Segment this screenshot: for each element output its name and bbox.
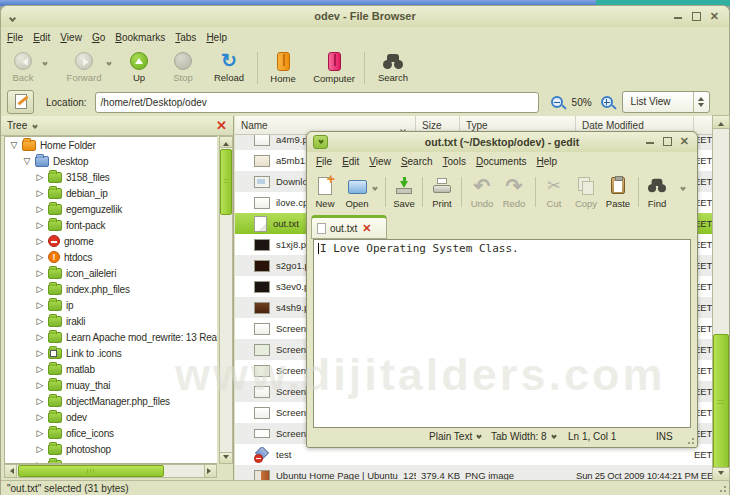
paste-button[interactable]: Paste <box>602 172 634 212</box>
open-button[interactable]: Open <box>341 172 373 212</box>
tree-item-photoshop[interactable]: ▷photoshop <box>5 441 217 457</box>
toolbar-overflow-icon[interactable] <box>681 181 685 192</box>
maximize-icon[interactable] <box>692 12 701 21</box>
sidebar-header[interactable]: Tree ✕ <box>1 116 233 136</box>
expander-closed-icon[interactable]: ▷ <box>35 220 45 230</box>
tree-item-irakli[interactable]: ▷irakli <box>5 313 217 329</box>
tree-item-debian-ip[interactable]: ▷debian_ip <box>5 185 217 201</box>
new-button[interactable]: New <box>309 172 341 212</box>
tree-item-gnome[interactable]: ▷gnome <box>5 233 217 249</box>
close-icon[interactable]: ✕ <box>710 9 719 23</box>
tree-item-egemguzellik[interactable]: ▷egemguzellik <box>5 201 217 217</box>
save-button[interactable]: Save <box>388 172 420 212</box>
expander-closed-icon[interactable]: ▷ <box>35 300 45 310</box>
expander-closed-icon[interactable]: ▷ <box>35 236 45 246</box>
tree-item-objectmanager-php-files[interactable]: ▷objectManager.php_files <box>5 393 217 409</box>
resize-grip[interactable] <box>716 482 728 494</box>
print-button[interactable]: Print <box>426 172 458 212</box>
menu-file[interactable]: File <box>2 30 28 45</box>
expander-closed-icon[interactable]: ▷ <box>35 284 45 294</box>
language-select[interactable]: Plain Text <box>429 431 481 442</box>
computer-button[interactable]: Computer <box>310 48 358 88</box>
gedit-titlebar[interactable]: out.txt (~/Desktop/odev) - gedit ✕ <box>307 132 697 152</box>
menu-bookmarks[interactable]: Bookmarks <box>110 30 170 45</box>
tab-width-select[interactable]: Tab Width: 8 <box>491 431 556 442</box>
sidebar-scrollbar-thumb[interactable] <box>220 149 232 215</box>
menu-tabs[interactable]: Tabs <box>170 30 201 45</box>
gedit-maximize-icon[interactable] <box>663 137 672 146</box>
expander-open-icon[interactable]: ▽ <box>9 140 19 150</box>
tree-item-ofice-icons[interactable]: ▷ofice_icons <box>5 425 217 441</box>
file-list-scrollbar-thumb[interactable] <box>713 334 729 471</box>
search-button[interactable]: Search <box>373 48 413 88</box>
sidebar-horizontal-scrollbar[interactable] <box>4 464 217 478</box>
gedit-menu-help[interactable]: Help <box>532 154 563 169</box>
zoom-out-button[interactable] <box>551 96 563 108</box>
sidebar-hscrollbar-thumb[interactable] <box>18 465 164 477</box>
expander-closed-icon[interactable]: ▷ <box>35 204 45 214</box>
expander-closed-icon[interactable]: ▷ <box>35 316 45 326</box>
find-button[interactable]: Find <box>641 172 673 212</box>
expander-closed-icon[interactable]: ▷ <box>35 380 45 390</box>
tab-out-txt[interactable]: out.txt ✕ <box>311 215 387 239</box>
tree-item-learn-apache-mod-rewrite-13-real-work[interactable]: ▷Learn Apache mod_rewrite: 13 Real-work <box>5 329 217 345</box>
gedit-menu-file[interactable]: File <box>311 154 337 169</box>
gedit-menu-edit[interactable]: Edit <box>337 154 364 169</box>
expander-closed-icon[interactable]: ▷ <box>35 348 45 358</box>
home-button[interactable]: Home <box>265 48 301 88</box>
tree-item-3158-files[interactable]: ▷3158_files <box>5 169 217 185</box>
expander-closed-icon[interactable]: ▷ <box>35 332 45 342</box>
up-button[interactable]: Up <box>123 48 155 88</box>
scroll-up-icon[interactable] <box>712 115 730 129</box>
expander-closed-icon[interactable]: ▷ <box>35 364 45 374</box>
reload-button[interactable]: ↻ Reload <box>209 48 249 88</box>
expander-closed-icon[interactable]: ▷ <box>35 428 45 438</box>
gedit-menu-view[interactable]: View <box>364 154 396 169</box>
tree-item-index-php-files[interactable]: ▷index.php_files <box>5 281 217 297</box>
tree-item-ip[interactable]: ▷ip <box>5 297 217 313</box>
scroll-down-icon[interactable] <box>219 452 233 464</box>
tree-item-partial[interactable]: ▷ <box>5 457 217 464</box>
expander-closed-icon[interactable]: ▷ <box>35 412 45 422</box>
gedit-resize-grip[interactable] <box>685 435 695 445</box>
expander-closed-icon[interactable]: ▷ <box>35 252 45 262</box>
sidebar-close-icon[interactable]: ✕ <box>216 118 227 133</box>
tab-close-icon[interactable]: ✕ <box>362 222 371 235</box>
menu-go[interactable]: Go <box>87 30 110 45</box>
tree-item-icon-aileleri[interactable]: ▷icon_aileleri <box>5 265 217 281</box>
gedit-minimize-icon[interactable] <box>646 136 655 146</box>
gedit-text-area[interactable]: I Love Operating System Class. <box>313 239 691 428</box>
tree-item-odev[interactable]: ▷odev <box>5 409 217 425</box>
scroll-down-icon[interactable] <box>712 467 730 481</box>
expander-closed-icon[interactable]: ▷ <box>35 172 45 182</box>
tree-item-home-folder[interactable]: ▽Home Folder <box>5 137 217 153</box>
file-row-ubuntu-home-page-ubuntu-125-[interactable]: Ubuntu Home Page | Ubuntu_125...379.4 KB… <box>235 465 714 480</box>
tree-item-htdocs[interactable]: ▷htdocs <box>5 249 217 265</box>
expander-closed-icon[interactable]: ▷ <box>35 396 45 406</box>
scroll-right-icon[interactable] <box>204 464 217 478</box>
expander-closed-icon[interactable]: ▷ <box>35 444 45 454</box>
file-browser-titlebar[interactable]: odev - File Browser ✕ <box>1 6 729 27</box>
view-mode-spinner[interactable] <box>693 92 709 112</box>
sidebar-vertical-scrollbar[interactable] <box>219 136 233 464</box>
expander-closed-icon[interactable]: ▷ <box>35 188 45 198</box>
tree-item-link-to-icons[interactable]: ▷Link to .icons <box>5 345 217 361</box>
menu-edit[interactable]: Edit <box>28 30 55 45</box>
gedit-menu-search[interactable]: Search <box>396 154 438 169</box>
location-edit-button[interactable] <box>7 90 34 114</box>
minimize-icon[interactable] <box>674 11 683 21</box>
tree-item-font-pack[interactable]: ▷font-pack <box>5 217 217 233</box>
gedit-menu-tools[interactable]: Tools <box>438 154 471 169</box>
open-dropdown-icon[interactable] <box>373 181 377 192</box>
expander-open-icon[interactable]: ▽ <box>22 156 32 166</box>
file-list-scrollbar[interactable] <box>712 116 729 480</box>
gedit-close-icon[interactable]: ✕ <box>680 134 689 148</box>
tree-item-desktop[interactable]: ▽Desktop <box>5 153 217 169</box>
tree-item-matlab[interactable]: ▷matlab <box>5 361 217 377</box>
expander-closed-icon[interactable]: ▷ <box>35 268 45 278</box>
zoom-in-button[interactable] <box>601 96 613 108</box>
menu-help[interactable]: Help <box>201 30 232 45</box>
location-input[interactable]: /home/ret/Desktop/odev <box>95 92 539 113</box>
menu-view[interactable]: View <box>55 30 87 45</box>
view-mode-select[interactable]: List View <box>622 91 710 113</box>
